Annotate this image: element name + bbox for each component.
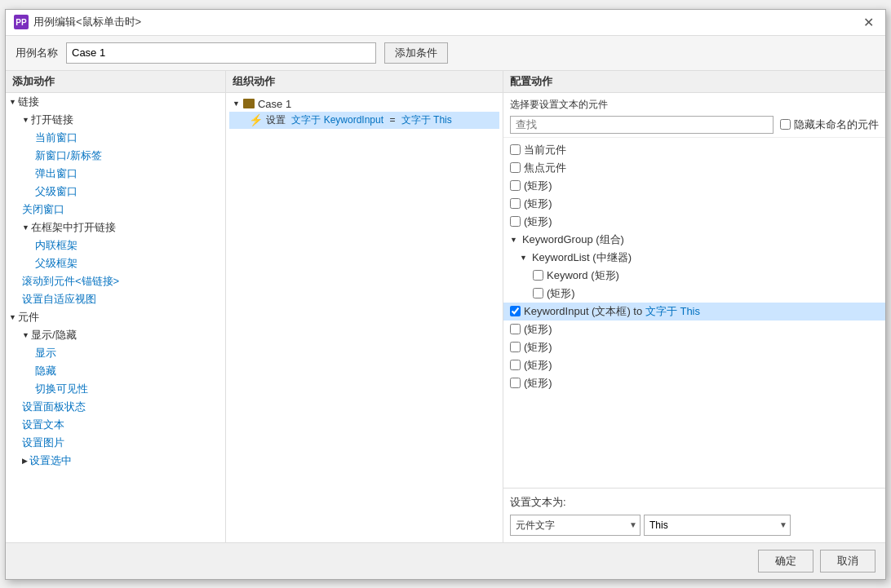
elem-rect3-checkbox[interactable] [510, 216, 521, 227]
elem-rect4[interactable]: (矩形) [503, 321, 885, 338]
category-show-hide[interactable]: 显示/隐藏 [6, 326, 225, 344]
elem-rect6-checkbox[interactable] [510, 360, 521, 370]
item-set-image[interactable]: 设置图片 [6, 434, 225, 452]
elem-rect4-checkbox[interactable] [510, 324, 521, 334]
inline-frame-label: 内联框架 [35, 238, 78, 253]
item-close-window[interactable]: 关闭窗口 [6, 201, 225, 219]
set-text-value-input[interactable] [644, 515, 791, 536]
dialog-title: 用例编辑<鼠标单击时> [33, 15, 141, 29]
case-name-input[interactable] [66, 42, 376, 64]
action-set-text-item[interactable]: ⚡ 设置 文字于 KeywordInput = 文字于 This [229, 112, 499, 129]
item-current-window[interactable]: 当前窗口 [6, 129, 225, 147]
elem-keyword-group[interactable]: KeywordGroup (组合) [503, 231, 885, 249]
parent-window-label: 父级窗口 [35, 184, 78, 199]
set-adaptive-label: 设置自适应视图 [22, 292, 96, 307]
set-text-row: 元件文字 文字 变量值 ▼ ▼ [510, 515, 879, 536]
elem-rect5-checkbox[interactable] [510, 342, 521, 352]
hide-unnamed-text: 隐藏未命名的元件 [794, 117, 879, 132]
set-text-type-select[interactable]: 元件文字 文字 变量值 [510, 515, 641, 536]
elem-rect-kw-checkbox[interactable] [533, 288, 543, 298]
close-button[interactable]: ✕ [860, 15, 877, 30]
set-text-section: 设置文本为: 元件文字 文字 变量值 ▼ ▼ [503, 488, 885, 542]
hide-unnamed-label[interactable]: 隐藏未命名的元件 [780, 117, 879, 132]
item-new-tab[interactable]: 新窗口/新标签 [6, 147, 225, 165]
select-element-label: 选择要设置文本的元件 [510, 98, 879, 112]
expand-frame-icon [22, 223, 29, 232]
elem-rect2-label: (矩形) [524, 197, 552, 211]
elem-rect5-label: (矩形) [524, 340, 552, 355]
elem-keyword-list[interactable]: KeywordList (中继器) [503, 249, 885, 267]
elem-current-checkbox[interactable] [510, 144, 521, 155]
elem-keyword-label: Keyword (矩形) [547, 268, 619, 283]
item-parent-frame[interactable]: 父级框架 [6, 254, 225, 272]
elem-rect6[interactable]: (矩形) [503, 356, 885, 374]
elem-rect4-label: (矩形) [524, 322, 552, 337]
parent-frame-label: 父级框架 [35, 256, 78, 271]
set-image-label: 设置图片 [22, 435, 64, 450]
elem-focus[interactable]: 焦点元件 [503, 159, 885, 177]
search-row: 隐藏未命名的元件 [510, 116, 879, 134]
elem-rect1[interactable]: (矩形) [503, 177, 885, 195]
hide-unnamed-checkbox[interactable] [780, 119, 791, 130]
item-toggle-visibility[interactable]: 切换可见性 [6, 380, 225, 398]
open-in-frame-label: 在框架中打开链接 [31, 220, 116, 235]
elem-rect3-label: (矩形) [524, 214, 552, 229]
middle-panel-header: 组织动作 [226, 71, 503, 93]
toggle-visibility-label: 切换可见性 [35, 382, 88, 396]
dialog: PP 用例编辑<鼠标单击时> ✕ 用例名称 添加条件 添加动作 链接 打开链接 [5, 9, 886, 580]
elem-rect7[interactable]: (矩形) [503, 374, 885, 392]
item-parent-window[interactable]: 父级窗口 [6, 183, 225, 201]
elem-keyword-list-label: KeywordList (中继器) [532, 250, 632, 265]
elem-rect2[interactable]: (矩形) [503, 195, 885, 213]
expand-keyword-group-icon [510, 236, 517, 244]
elem-keyword-input-checkbox[interactable] [510, 306, 521, 316]
expand-show-hide-icon [22, 331, 29, 339]
item-popup[interactable]: 弹出窗口 [6, 165, 225, 183]
item-set-panel-state[interactable]: 设置面板状态 [6, 398, 225, 416]
action-label: 设置 [266, 113, 288, 127]
item-show[interactable]: 显示 [6, 344, 225, 362]
elem-rect2-checkbox[interactable] [510, 198, 521, 209]
search-input[interactable] [510, 116, 774, 134]
right-panel-header: 配置动作 [503, 71, 885, 93]
elem-rect5[interactable]: (矩形) [503, 338, 885, 356]
elem-current[interactable]: 当前元件 [503, 141, 885, 159]
elem-rect7-checkbox[interactable] [510, 378, 521, 388]
elem-rect1-checkbox[interactable] [510, 180, 521, 191]
ok-button[interactable]: 确定 [758, 550, 813, 573]
elem-keyword-input[interactable]: KeywordInput (文本框) to 文字于 This [503, 303, 885, 321]
left-tree: 链接 打开链接 当前窗口 新窗口/新标签 弹出窗口 父级窗口 [6, 93, 225, 542]
add-condition-button[interactable]: 添加条件 [384, 42, 448, 64]
elem-keyword[interactable]: Keyword (矩形) [503, 267, 885, 285]
item-set-adaptive[interactable]: 设置自适应视图 [6, 290, 225, 308]
elem-rect3[interactable]: (矩形) [503, 213, 885, 231]
dropdown-wrapper: 元件文字 文字 变量值 ▼ [510, 515, 641, 536]
right-panel: 配置动作 选择要设置文本的元件 隐藏未命名的元件 当前元件 [503, 71, 885, 542]
item-set-text[interactable]: 设置文本 [6, 416, 225, 434]
bottom-bar: 确定 取消 [6, 542, 885, 579]
expand-set-selected-icon [22, 457, 28, 465]
item-hide[interactable]: 隐藏 [6, 362, 225, 380]
item-inline-frame[interactable]: 内联框架 [6, 237, 225, 254]
close-window-label: 关闭窗口 [22, 202, 64, 217]
category-open-link[interactable]: 打开链接 [6, 111, 225, 129]
category-widget[interactable]: 元件 [6, 308, 225, 326]
elem-keyword-checkbox[interactable] [533, 270, 543, 281]
case-1-item[interactable]: Case 1 [229, 96, 499, 112]
action-detail1: 文字于 KeywordInput [291, 113, 383, 127]
current-window-label: 当前窗口 [35, 130, 78, 145]
elem-rect7-label: (矩形) [524, 376, 552, 391]
popup-label: 弹出窗口 [35, 166, 78, 181]
category-link-label: 链接 [18, 95, 39, 109]
category-link[interactable]: 链接 [6, 93, 225, 111]
new-tab-label: 新窗口/新标签 [35, 148, 102, 163]
set-text-label: 设置文本 [22, 418, 64, 432]
item-set-selected[interactable]: 设置选中 [6, 452, 225, 470]
category-open-in-frame[interactable]: 在框架中打开链接 [6, 219, 225, 237]
elem-rect-kw[interactable]: (矩形) [503, 285, 885, 303]
item-scroll-to[interactable]: 滚动到元件<锚链接> [6, 272, 225, 290]
expand-link-icon [9, 98, 16, 106]
category-open-link-label: 打开链接 [31, 113, 73, 127]
elem-focus-checkbox[interactable] [510, 162, 521, 173]
cancel-button[interactable]: 取消 [820, 550, 875, 573]
